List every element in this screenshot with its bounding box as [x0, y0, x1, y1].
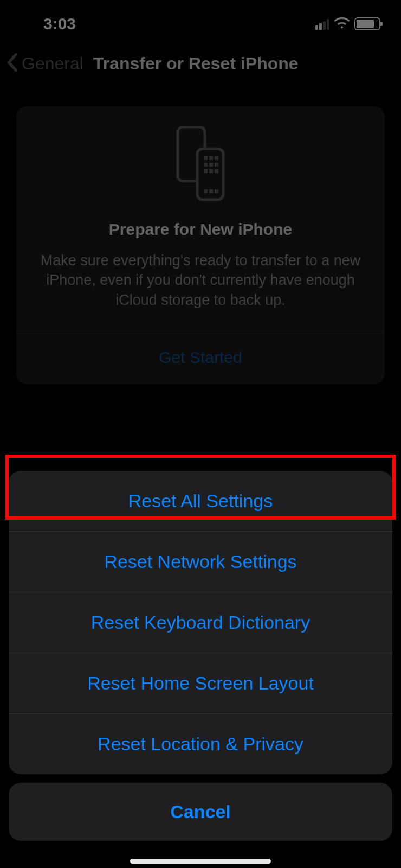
reset-all-settings-button[interactable]: Reset All Settings [9, 471, 392, 532]
svg-rect-6 [209, 163, 213, 167]
phones-icon [31, 126, 370, 220]
home-indicator[interactable] [130, 859, 271, 864]
svg-rect-2 [204, 156, 208, 160]
wifi-icon [334, 17, 350, 31]
svg-rect-8 [204, 169, 208, 173]
prepare-title: Prepare for New iPhone [31, 220, 370, 239]
svg-rect-13 [215, 189, 218, 193]
svg-rect-11 [204, 189, 208, 193]
reset-location-privacy-button[interactable]: Reset Location & Privacy [9, 714, 392, 774]
action-sheet-group: Reset All Settings Reset Network Setting… [9, 471, 392, 774]
cellular-icon [315, 18, 329, 30]
svg-rect-12 [209, 189, 213, 193]
svg-rect-10 [215, 169, 218, 173]
reset-network-settings-button[interactable]: Reset Network Settings [9, 532, 392, 592]
get-started-button[interactable]: Get Started [31, 334, 370, 384]
svg-rect-4 [215, 156, 218, 160]
svg-rect-5 [204, 163, 208, 167]
svg-rect-7 [215, 163, 218, 167]
reset-keyboard-dictionary-button[interactable]: Reset Keyboard Dictionary [9, 592, 392, 653]
svg-rect-3 [209, 156, 213, 160]
status-bar: 3:03 [0, 0, 401, 38]
svg-rect-9 [209, 169, 213, 173]
status-time: 3:03 [16, 15, 76, 33]
page-title: Transfer or Reset iPhone [93, 54, 299, 74]
prepare-card: Prepare for New iPhone Make sure everyth… [16, 106, 385, 384]
status-icons [315, 17, 385, 31]
chevron-back-icon[interactable] [7, 53, 18, 74]
prepare-description: Make sure everything's ready to transfer… [31, 251, 370, 310]
main-content: Prepare for New iPhone Make sure everyth… [0, 74, 401, 384]
battery-icon [354, 17, 380, 30]
cancel-group: Cancel [9, 783, 392, 841]
action-sheet: Reset All Settings Reset Network Setting… [9, 471, 392, 841]
cancel-button[interactable]: Cancel [9, 783, 392, 841]
nav-back-label[interactable]: General [22, 54, 83, 74]
nav-bar: General Transfer or Reset iPhone [0, 38, 401, 74]
reset-home-screen-layout-button[interactable]: Reset Home Screen Layout [9, 653, 392, 714]
